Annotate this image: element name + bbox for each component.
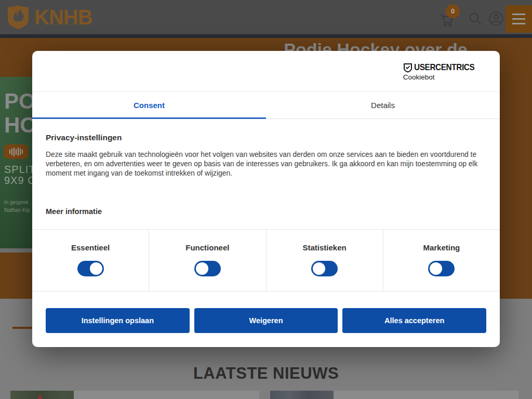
- cookiebot-product-text: Cookiebot: [403, 73, 481, 81]
- category-marketing: Marketing: [383, 230, 500, 291]
- more-info-link[interactable]: Meer informatie: [46, 207, 102, 216]
- podcast-cover-line4: 9X9 C: [4, 175, 32, 186]
- menu-button[interactable]: [506, 5, 532, 33]
- news-card[interactable]: [10, 391, 259, 399]
- dialog-header: USERCENTRICS Cookiebot: [32, 51, 500, 92]
- search-icon: [468, 11, 483, 26]
- category-label: Essentieel: [71, 243, 110, 252]
- deny-button[interactable]: Weigeren: [194, 308, 338, 333]
- category-essentieel: Essentieel: [32, 230, 149, 291]
- image-bottom-strip: [0, 248, 32, 252]
- dialog-actions: Instellingen opslaan Weigeren Alles acce…: [46, 308, 486, 333]
- podcast-cover-line6: Nathan Kip: [4, 207, 30, 213]
- screen: Podie Hockey over de POHO SPLIT9X9 C In …: [0, 0, 532, 399]
- toggle-marketing[interactable]: [428, 261, 455, 276]
- toggle-essentieel[interactable]: [77, 261, 104, 276]
- user-icon: [488, 11, 504, 26]
- podcast-cover-image[interactable]: POHO SPLIT9X9 C In gesprekNathan Kip: [0, 77, 32, 248]
- category-label: Statistieken: [303, 243, 347, 252]
- privacy-description: Deze site maakt gebruik van technologieë…: [46, 150, 488, 178]
- account-button[interactable]: [488, 11, 504, 26]
- cookie-consent-dialog: USERCENTRICS Cookiebot Consent Details P…: [32, 51, 500, 347]
- podcast-cover-line2: HO: [4, 113, 32, 137]
- knhb-shield-icon: [7, 5, 29, 30]
- privacy-heading: Privacy-instellingen: [46, 133, 486, 142]
- podcast-cover-line3: SPLIT: [4, 164, 32, 175]
- toggle-functioneel[interactable]: [194, 261, 221, 276]
- tab-details[interactable]: Details: [266, 92, 500, 118]
- cart-count-badge: 0: [446, 4, 460, 18]
- news-thumbnail-image: [10, 391, 74, 399]
- toggle-statistieken[interactable]: [311, 261, 338, 276]
- news-card[interactable]: [270, 391, 518, 399]
- site-header: KNHB 0: [0, 0, 532, 34]
- tab-consent[interactable]: Consent: [32, 92, 266, 118]
- category-functioneel: Functioneel: [149, 230, 265, 291]
- search-button[interactable]: [468, 11, 483, 26]
- knhb-logo-text: KNHB: [34, 6, 92, 29]
- consent-categories: Essentieel Functioneel Statistieken Mark…: [32, 229, 500, 291]
- soundwave-icon: [4, 144, 28, 159]
- category-label: Marketing: [423, 243, 460, 252]
- hamburger-icon: [512, 14, 525, 15]
- category-label: Functioneel: [185, 243, 229, 252]
- podcast-cover-line5: In gesprek: [4, 200, 29, 205]
- dialog-tabs: Consent Details: [32, 92, 500, 119]
- knhb-logo[interactable]: KNHB: [7, 5, 92, 30]
- usercentrics-brand-text: USERCENTRICS: [414, 62, 474, 73]
- header-divider: [0, 34, 532, 38]
- news-thumbnail-image: [270, 391, 334, 399]
- usercentrics-logo: USERCENTRICS Cookiebot: [403, 62, 481, 81]
- usercentrics-shield-icon: [403, 63, 413, 73]
- podcast-cover-line1: PO: [4, 89, 32, 113]
- dialog-body: Privacy-instellingen Deze site maakt geb…: [32, 133, 500, 333]
- accept-all-button[interactable]: Alles accepteren: [342, 308, 486, 333]
- save-settings-button[interactable]: Instellingen opslaan: [46, 308, 190, 333]
- news-heading: LAATSTE NIEUWS: [0, 364, 532, 383]
- category-statistieken: Statistieken: [266, 230, 383, 291]
